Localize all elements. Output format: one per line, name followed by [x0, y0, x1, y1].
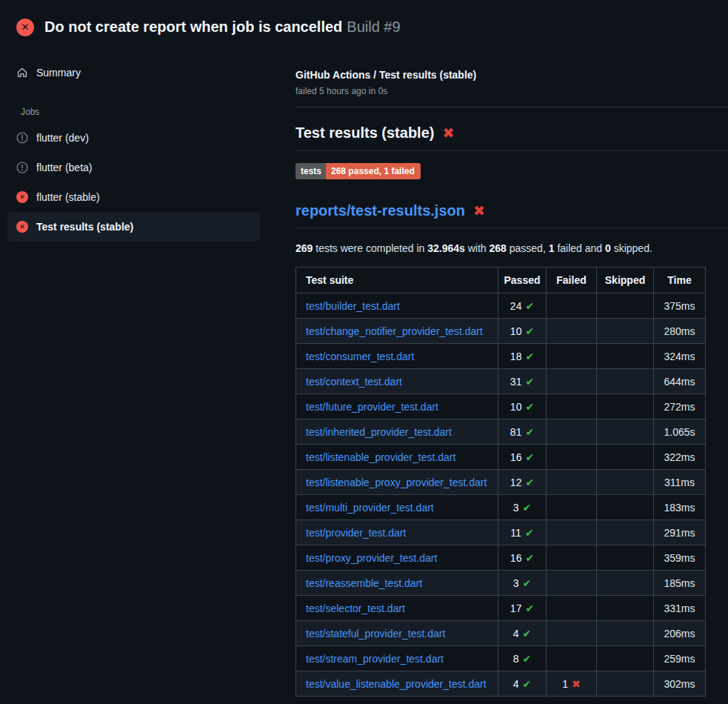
skipped-cell: [597, 419, 654, 445]
time-cell: 291ms: [654, 520, 706, 545]
passed-cell: 3✔: [498, 495, 547, 520]
test-suite-link[interactable]: test/stateful_provider_test.dart: [306, 628, 445, 640]
test-suite-link[interactable]: test/future_provider_test.dart: [306, 401, 438, 413]
test-suite-link[interactable]: test/listenable_proxy_provider_test.dart: [306, 476, 487, 488]
sidebar-item-summary[interactable]: Summary: [7, 58, 260, 87]
test-suite-link[interactable]: test/value_listenable_provider_test.dart: [306, 678, 487, 690]
red-x-icon: ✖: [572, 678, 581, 690]
test-suite-cell: test/stream_provider_test.dart: [296, 646, 498, 671]
time-cell: 185ms: [654, 571, 706, 596]
failed-cell: [547, 344, 597, 369]
badge-value: 268 passed, 1 failed: [326, 163, 421, 179]
x-circle-icon: ✕: [16, 191, 28, 203]
sidebar-item-job[interactable]: flutter (beta): [7, 153, 260, 182]
sidebar-item-job[interactable]: flutter (dev): [7, 123, 260, 153]
check-icon: ✔: [525, 300, 534, 312]
check-icon: ✔: [525, 476, 534, 488]
breadcrumb: GitHub Actions / Test results (stable): [295, 69, 728, 81]
failed-cell: [547, 293, 597, 319]
passed-cell: 10✔: [498, 394, 547, 419]
time-cell: 375ms: [654, 293, 706, 319]
table-row: test/value_listenable_provider_test.dart…: [296, 671, 706, 697]
run-title: Do not create report when job is cancell…: [44, 19, 401, 36]
failed-cell: [547, 319, 597, 344]
sidebar-item-job[interactable]: ✕flutter (stable): [7, 182, 260, 212]
table-row: test/context_test.dart31✔644ms: [296, 369, 706, 394]
time-cell: 331ms: [654, 596, 706, 621]
run-title-text: Do not create report when job is cancell…: [44, 19, 342, 35]
test-suite-link[interactable]: test/selector_test.dart: [306, 602, 405, 614]
red-x-icon: ✖: [473, 204, 485, 218]
duration-value: 32.964s: [427, 242, 465, 254]
build-number: Build #9: [347, 19, 400, 35]
passed-cell: 18✔: [498, 344, 547, 369]
report-file-link[interactable]: reports/test-results.json ✖: [295, 202, 728, 228]
failed-count: 1: [549, 242, 555, 254]
failed-cell: [547, 369, 597, 394]
skipped-cell: [597, 445, 654, 470]
test-suite-cell: test/proxy_provider_test.dart: [296, 545, 498, 571]
check-icon: ✔: [523, 653, 532, 665]
test-suite-link[interactable]: test/proxy_provider_test.dart: [306, 552, 437, 564]
test-suite-cell: test/selector_test.dart: [296, 596, 498, 621]
total-count: 269: [295, 242, 313, 254]
time-cell: 259ms: [654, 646, 706, 671]
test-suite-cell: test/listenable_proxy_provider_test.dart: [296, 470, 498, 495]
time-cell: 302ms: [654, 671, 706, 697]
summary-sentence: 269 tests were completed in 32.964s with…: [295, 242, 728, 254]
x-circle-icon: ✕: [16, 221, 28, 233]
check-run-page: ✕ Do not create report when job is cance…: [0, 0, 728, 704]
test-suite-cell: test/value_listenable_provider_test.dart: [296, 671, 498, 697]
content-area: Summary Jobs flutter (dev)flutter (beta)…: [0, 42, 728, 697]
divider: [295, 107, 728, 107]
time-cell: 206ms: [654, 621, 706, 646]
home-icon: [16, 67, 28, 79]
time-cell: 183ms: [654, 495, 706, 520]
failed-cell: [547, 571, 597, 596]
main-panel: GitHub Actions / Test results (stable) f…: [295, 42, 728, 697]
table-row: test/listenable_proxy_provider_test.dart…: [296, 470, 706, 495]
time-cell: 272ms: [654, 394, 706, 419]
skipped-cell: [597, 394, 654, 419]
table-row: test/reassemble_test.dart3✔185ms: [296, 571, 706, 596]
test-suite-link[interactable]: test/consumer_test.dart: [306, 351, 414, 362]
skipped-cell: [597, 545, 654, 571]
time-cell: 359ms: [654, 545, 706, 571]
skipped-cell: [597, 646, 654, 671]
test-suite-cell: test/future_provider_test.dart: [296, 394, 498, 419]
skipped-count: 0: [605, 242, 611, 254]
tests-status-badge[interactable]: tests 268 passed, 1 failed: [295, 163, 421, 179]
table-row: test/listenable_provider_test.dart16✔322…: [296, 445, 706, 470]
failed-cell: [547, 520, 597, 545]
summary-text: skipped.: [611, 242, 652, 254]
check-icon: ✔: [523, 628, 532, 640]
skipped-cell: [597, 319, 654, 344]
test-suite-link[interactable]: test/provider_test.dart: [306, 527, 406, 539]
test-suite-cell: test/provider_test.dart: [296, 520, 498, 545]
test-suite-link[interactable]: test/inherited_provider_test.dart: [306, 426, 452, 438]
passed-cell: 11✔: [498, 520, 547, 545]
stop-octagon-icon: [16, 162, 28, 173]
col-time: Time: [654, 268, 706, 293]
test-suite-link[interactable]: test/builder_test.dart: [306, 300, 400, 312]
test-suite-link[interactable]: test/multi_provider_test.dart: [306, 502, 434, 514]
skipped-cell: [597, 369, 654, 394]
skipped-cell: [597, 495, 654, 520]
passed-cell: 8✔: [498, 646, 547, 671]
sidebar-item-label: Test results (stable): [36, 221, 133, 233]
test-suite-link[interactable]: test/listenable_provider_test.dart: [306, 451, 455, 463]
passed-cell: 3✔: [498, 571, 547, 596]
failed-cell: [547, 445, 597, 470]
sidebar-item-job[interactable]: ✕Test results (stable): [7, 212, 260, 242]
test-suite-link[interactable]: test/reassemble_test.dart: [306, 577, 422, 589]
test-suite-link[interactable]: test/change_notifier_provider_test.dart: [306, 325, 483, 337]
failed-cell: [547, 470, 597, 495]
test-suite-link[interactable]: test/context_test.dart: [306, 376, 402, 388]
section-title-text: Test results (stable): [295, 124, 434, 142]
test-suite-cell: test/consumer_test.dart: [296, 344, 498, 369]
table-row: test/stream_provider_test.dart8✔259ms: [296, 646, 706, 671]
table-row: test/builder_test.dart24✔375ms: [296, 293, 706, 319]
failed-cell: [547, 419, 597, 445]
col-passed: Passed: [498, 268, 547, 293]
test-suite-link[interactable]: test/stream_provider_test.dart: [306, 653, 444, 665]
